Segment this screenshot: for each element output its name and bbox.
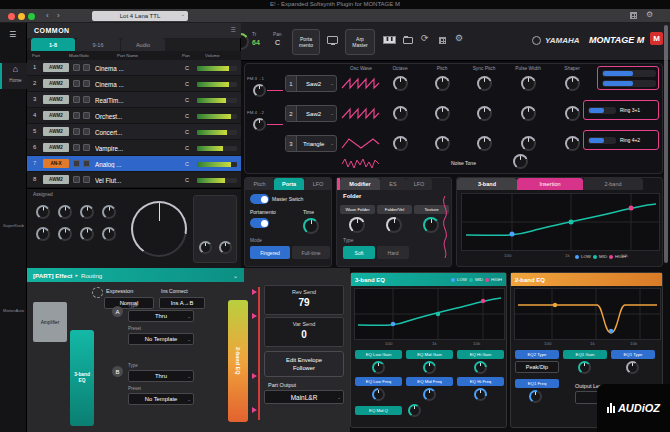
mute-button[interactable]: [73, 176, 80, 183]
part-row[interactable]: 4AWM2Orchest...C: [27, 108, 241, 124]
part-row[interactable]: 6AWM2Vampire...C: [27, 140, 241, 156]
eq-mid-q-knob[interactable]: [408, 404, 421, 417]
folder-vel-knob[interactable]: [386, 217, 402, 233]
part-row[interactable]: 7AN-XAnalog ...C: [27, 156, 241, 172]
tab-audio[interactable]: Audio: [121, 38, 165, 51]
tab-es[interactable]: ES: [380, 178, 406, 190]
fm-3-1-knob[interactable]: [253, 84, 266, 97]
zoom-button[interactable]: [28, 13, 35, 20]
eq2-routing-block[interactable]: 2-band EQ: [228, 300, 248, 422]
mute-button[interactable]: [73, 64, 80, 71]
porta-time-knob[interactable]: [303, 218, 319, 234]
osc-knob[interactable]: [435, 76, 450, 91]
rev-send[interactable]: Rev Send 79: [264, 285, 344, 315]
assignable-knob[interactable]: [80, 227, 94, 241]
loop-icon[interactable]: ⟳: [421, 33, 429, 43]
assignable-knob[interactable]: [58, 205, 72, 219]
solo-button[interactable]: [83, 176, 90, 183]
osc-knob[interactable]: [477, 76, 492, 91]
osc-knob[interactable]: [435, 136, 450, 151]
common-header[interactable]: COMMON ☰: [27, 23, 241, 38]
part-row[interactable]: 8AWM2Vel Flut...C: [27, 172, 241, 188]
assignable-knob[interactable]: [102, 205, 116, 219]
mute-button[interactable]: [73, 96, 80, 103]
var-send[interactable]: Var Send 0: [264, 317, 344, 347]
preset-a-value[interactable]: No Template⌄: [128, 333, 194, 345]
eq-hi-gain-knob[interactable]: [474, 361, 487, 374]
back-icon[interactable]: ‹: [46, 11, 49, 20]
grid-icon[interactable]: [439, 37, 446, 44]
eq2-graph[interactable]: [514, 288, 661, 340]
tab-modifier[interactable]: Modifier: [340, 178, 380, 190]
tab-pitch[interactable]: Pitch: [245, 178, 274, 190]
mute-button[interactable]: [73, 128, 80, 135]
osc-knob[interactable]: [435, 106, 450, 121]
grid-icon[interactable]: [630, 12, 637, 19]
super-knob[interactable]: [131, 201, 187, 257]
tab-porta[interactable]: Porta: [274, 178, 304, 190]
osc-knob[interactable]: [393, 136, 408, 151]
part-row[interactable]: 2AWM2Cinema ...C: [27, 76, 241, 92]
eq-low-freq-knob[interactable]: [372, 388, 385, 401]
folder-icon[interactable]: [403, 37, 413, 44]
osc-knob[interactable]: [521, 106, 536, 121]
preset-selector[interactable]: Lot 4 Lana TTL ⌄: [92, 11, 188, 21]
type-a-value[interactable]: Thru⌄: [128, 310, 194, 322]
tab-parts-1-8[interactable]: 1-8: [31, 38, 75, 51]
osc-knob[interactable]: [477, 106, 492, 121]
solo-button[interactable]: [83, 112, 90, 119]
osc-mini-slider[interactable]: [602, 80, 656, 87]
eq-hi-freq-knob[interactable]: [474, 388, 487, 401]
eq1-freq-knob[interactable]: [529, 390, 542, 403]
eq1-gain-knob[interactable]: [578, 361, 591, 374]
osc-knob[interactable]: [565, 136, 580, 151]
tab-insertion[interactable]: Insertion: [517, 178, 583, 190]
tab-lfo[interactable]: LFO: [406, 178, 432, 190]
rail-item-super-knob[interactable]: SuperKnob: [0, 223, 27, 228]
insertion-b-slot[interactable]: B: [112, 366, 123, 377]
noise-tone-knob[interactable]: [513, 154, 528, 169]
forward-icon[interactable]: ›: [57, 11, 60, 20]
osc-knob[interactable]: [393, 106, 408, 121]
tab-3-band[interactable]: 3-band: [457, 178, 517, 190]
scrollbar[interactable]: [664, 25, 668, 263]
hamburger-icon[interactable]: ☰: [231, 26, 236, 33]
mode-fingered-button[interactable]: Fingered: [250, 246, 290, 259]
ring-3-1-control[interactable]: Ring 3+1: [583, 100, 659, 120]
ins-connect-value[interactable]: Ins A→B: [159, 297, 205, 309]
gear-icon[interactable]: ⚙: [646, 10, 653, 19]
master-switch-toggle[interactable]: [250, 194, 269, 204]
portamento-toggle[interactable]: [250, 218, 269, 228]
close-button[interactable]: [8, 13, 15, 20]
wave-folder-knob[interactable]: [349, 217, 365, 233]
mute-button[interactable]: [73, 144, 80, 151]
part-row[interactable]: 5AWM2Concert...C: [27, 124, 241, 140]
eq-low-gain-knob[interactable]: [372, 361, 385, 374]
mode-fulltime-button[interactable]: Full-time: [292, 246, 330, 259]
osc-mini-slider[interactable]: [602, 70, 656, 77]
tab-lfo[interactable]: LFO: [304, 178, 332, 190]
assignable-knob[interactable]: [58, 227, 72, 241]
part-row[interactable]: 1AWM2Cinema ...C: [27, 60, 241, 76]
ring-4-2-control[interactable]: Ring 4+2: [583, 130, 659, 150]
eq-graph[interactable]: [461, 193, 660, 251]
tab-2-band[interactable]: 2-band: [583, 178, 643, 190]
eq2-type-value[interactable]: Peak/Dip: [515, 361, 559, 373]
osc-knob[interactable]: [521, 76, 536, 91]
osc-knob[interactable]: [393, 76, 408, 91]
eq3-graph[interactable]: [354, 288, 505, 340]
eq3-routing-block[interactable]: 3-band EQ: [70, 330, 94, 426]
solo-button[interactable]: [83, 144, 90, 151]
preset-b-value[interactable]: No Template⌄: [128, 393, 194, 405]
routing-header[interactable]: [PART] Effect ▸ Routing ⌄: [27, 268, 244, 282]
texture-knob[interactable]: [423, 217, 439, 233]
eq-mid-freq-knob[interactable]: [423, 388, 436, 401]
mute-button[interactable]: [73, 80, 80, 87]
osc-knob[interactable]: [477, 136, 492, 151]
insertion-a-slot[interactable]: A: [112, 306, 123, 317]
solo-button[interactable]: [83, 128, 90, 135]
arp-master-button[interactable]: Arp Master: [345, 29, 375, 55]
assignable-knob[interactable]: [80, 205, 94, 219]
rail-item-motion-auto[interactable]: MotionAuto: [0, 308, 27, 313]
assignable-knob[interactable]: [36, 227, 50, 241]
